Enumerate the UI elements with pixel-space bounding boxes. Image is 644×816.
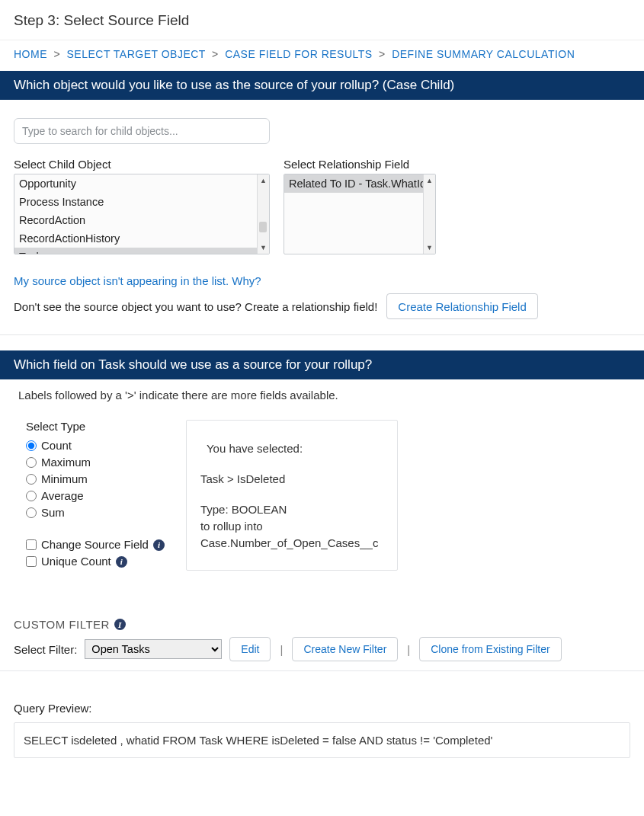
step-title: Step 3: Select Source Field (0, 0, 644, 40)
selection-line: Case.Number_of_Open_Cases__c (200, 535, 383, 552)
query-preview-box: SELECT isdeleted , whatid FROM Task WHER… (14, 722, 630, 758)
relationship-listbox[interactable]: Related To ID - Task.WhatId ▲ ▼ (284, 174, 436, 254)
selection-line: Task > IsDeleted (200, 471, 383, 488)
child-object-label: Select Child Object (14, 158, 270, 171)
chevron-down-icon[interactable]: ▼ (426, 242, 433, 254)
create-relationship-text: Don't see the source object you want to … (14, 300, 377, 313)
list-item[interactable]: Process Instance (14, 193, 257, 211)
radio-label: Sum (41, 504, 65, 521)
list-item-selected[interactable]: Task (14, 248, 257, 254)
scrollbar[interactable]: ▲ ▼ (423, 174, 435, 254)
checkbox-unique-input[interactable] (26, 556, 37, 567)
selection-line: Type: BOOLEAN (200, 501, 383, 518)
selection-line: You have selected: (200, 440, 383, 457)
list-item[interactable]: Opportunity (14, 174, 257, 193)
radio-maximum[interactable]: Maximum (26, 454, 165, 471)
breadcrumb-sep: > (50, 48, 63, 60)
scrollbar[interactable]: ▲ ▼ (257, 174, 269, 254)
radio-average[interactable]: Average (26, 488, 165, 504)
breadcrumb-home[interactable]: HOME (14, 48, 47, 60)
chevron-up-icon[interactable]: ▲ (260, 174, 267, 187)
radio-max-input[interactable] (26, 457, 37, 468)
checkbox-label: Unique Count (41, 553, 111, 570)
filter-select[interactable]: Open Tasks (85, 639, 222, 659)
radio-sum-input[interactable] (26, 507, 37, 518)
create-relationship-button[interactable]: Create Relationship Field (386, 293, 537, 319)
radio-label: Maximum (41, 454, 91, 471)
radio-label: Minimum (41, 471, 88, 488)
radio-label: Count (41, 437, 72, 454)
radio-label: Average (41, 488, 84, 504)
info-icon[interactable]: i (114, 619, 126, 630)
checkbox-label: Change Source Field (41, 536, 149, 553)
list-item[interactable]: RecordAction (14, 211, 257, 229)
breadcrumb-sep: > (209, 48, 222, 60)
checkbox-change-source[interactable]: Change Source Field i (26, 536, 165, 553)
selection-summary-box: You have selected: Task > IsDeleted Type… (186, 420, 398, 571)
chevron-up-icon[interactable]: ▲ (426, 174, 433, 187)
breadcrumb-target[interactable]: SELECT TARGET OBJECT (66, 48, 205, 60)
radio-count-input[interactable] (26, 440, 37, 451)
chevron-down-icon[interactable]: ▼ (260, 242, 267, 254)
labels-note: Labels followed by a '>' indicate there … (0, 379, 644, 406)
query-preview-label: Query Preview: (0, 671, 644, 718)
radio-min-input[interactable] (26, 474, 37, 485)
separator: | (405, 643, 412, 656)
help-link-missing-object[interactable]: My source object isn't appearing in the … (14, 274, 261, 287)
radio-count[interactable]: Count (26, 437, 165, 454)
child-object-listbox[interactable]: Opportunity Process Instance RecordActio… (14, 174, 270, 254)
edit-filter-button[interactable]: Edit (229, 637, 271, 661)
select-type-label: Select Type (26, 420, 165, 433)
radio-minimum[interactable]: Minimum (26, 471, 165, 488)
breadcrumb-sep: > (376, 48, 389, 60)
section-header-source-object: Which object would you like to use as th… (0, 71, 644, 100)
breadcrumb-casefield[interactable]: CASE FIELD FOR RESULTS (225, 48, 373, 60)
list-item-selected[interactable]: Related To ID - Task.WhatId (284, 174, 423, 193)
separator: | (278, 643, 284, 656)
checkbox-change-source-input[interactable] (26, 539, 37, 550)
breadcrumb: HOME > SELECT TARGET OBJECT > CASE FIELD… (0, 40, 644, 71)
create-filter-button[interactable]: Create New Filter (292, 637, 398, 661)
relationship-label: Select Relationship Field (284, 158, 436, 171)
info-icon[interactable]: i (116, 556, 127, 568)
info-icon[interactable]: i (153, 539, 165, 551)
scrollbar-thumb[interactable] (259, 222, 267, 232)
radio-sum[interactable]: Sum (26, 504, 165, 521)
custom-filter-header: CUSTOM FILTER i (0, 578, 644, 634)
checkbox-unique-count[interactable]: Unique Count i (26, 553, 165, 570)
radio-avg-input[interactable] (26, 491, 37, 501)
breadcrumb-define[interactable]: DEFINE SUMMARY CALCULATION (392, 48, 575, 60)
select-filter-label: Select Filter: (14, 643, 77, 656)
section-header-source-field: Which field on Task should we use as a s… (0, 350, 644, 379)
list-item[interactable]: RecordActionHistory (14, 229, 257, 248)
custom-filter-label: CUSTOM FILTER (14, 618, 110, 631)
selection-line: to rollup into (200, 518, 383, 535)
clone-filter-button[interactable]: Clone from Existing Filter (419, 637, 561, 661)
search-input[interactable] (14, 118, 270, 144)
